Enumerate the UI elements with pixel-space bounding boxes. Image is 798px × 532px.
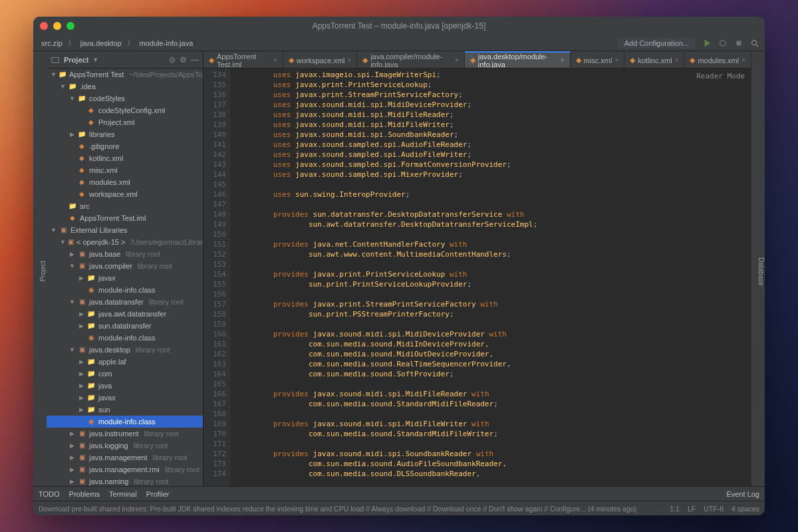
tree-node[interactable]: ◉module-info.class — [47, 332, 203, 344]
gear-icon[interactable]: ⚙ — [180, 55, 187, 65]
run-config-dropdown[interactable]: Add Configuration... — [618, 38, 696, 49]
editor-tab[interactable]: ◆misc.xml× — [571, 51, 625, 68]
code-line[interactable] — [238, 289, 751, 299]
code-line[interactable]: uses javax.sound.midi.spi.MidiDeviceProv… — [238, 100, 751, 110]
tree-node[interactable]: ▶📁sun — [47, 404, 203, 416]
tree-node[interactable]: ▼▣java.datatransferlibrary root — [47, 296, 203, 308]
code-line[interactable]: uses javax.imageio.spi.ImageWriterSpi; — [238, 70, 751, 80]
code-line[interactable]: com.sun.media.sound.RealTimeSequencerPro… — [238, 359, 751, 369]
editor-tab[interactable]: ◆modules.xml× — [684, 51, 751, 68]
code-line[interactable]: uses javax.print.StreamPrintServiceFacto… — [238, 90, 751, 100]
tree-node[interactable]: ▶📁apple.laf — [47, 356, 203, 368]
indent[interactable]: 4 spaces — [732, 505, 759, 513]
code-line[interactable]: com.sun.media.sound.MidiOutDeviceProvide… — [238, 349, 751, 359]
code-line[interactable] — [238, 409, 751, 419]
code-line[interactable]: sun.awt.www.content.MultimediaContentHan… — [238, 249, 751, 259]
tree-node[interactable]: ◆codeStyleConfig.xml — [47, 104, 203, 116]
tool-problems[interactable]: Problems — [69, 490, 100, 498]
code-line[interactable]: com.sun.media.sound.SoftProvider; — [238, 369, 751, 379]
code-line[interactable] — [238, 180, 751, 190]
tree-node[interactable]: ▶📁java.awt.datatransfer — [47, 308, 203, 320]
tree-node[interactable]: ▼▣External Libraries — [47, 224, 203, 236]
editor-tab[interactable]: ◆java.desktop/module-info.java× — [465, 51, 571, 68]
tree-node[interactable]: ◉module-info.class — [47, 284, 203, 296]
tree-node[interactable]: ◆Project.xml — [47, 116, 203, 128]
cursor-pos[interactable]: 1:1 — [670, 505, 680, 513]
stop-icon[interactable] — [734, 39, 743, 48]
code-line[interactable] — [238, 229, 751, 239]
encoding[interactable]: UTF-8 — [704, 505, 724, 513]
code-line[interactable]: provides javax.sound.midi.spi.MidiFileRe… — [238, 389, 751, 399]
code-line[interactable]: com.sun.media.sound.StandardMidiFileWrit… — [238, 429, 751, 439]
code-line[interactable]: sun.print.PSStreamPrinterFactory; — [238, 309, 751, 319]
chevron-down-icon[interactable]: ▼ — [92, 57, 98, 63]
code-line[interactable]: uses javax.sound.midi.spi.SoundbankReade… — [238, 130, 751, 140]
code-line[interactable]: uses javax.print.PrintServiceLookup; — [238, 80, 751, 90]
tree-node[interactable]: ◆kotlinc.xml — [47, 152, 203, 164]
collapse-icon[interactable]: ⊖ — [169, 55, 176, 65]
tree-node[interactable]: 📁src — [47, 200, 203, 212]
tree-node[interactable]: ◆modules.xml — [47, 176, 203, 188]
code-line[interactable] — [238, 200, 751, 209]
status-message[interactable]: Download pre-built shared indexes: Pre-b… — [39, 505, 636, 513]
editor-tab[interactable]: ◆java.compiler/module-info.java× — [357, 51, 464, 68]
titlebar[interactable]: AppsTorrent Test – module-info.java [ope… — [33, 17, 765, 35]
event-log[interactable]: Event Log — [726, 490, 759, 498]
tree-node[interactable]: ▶▣java.baselibrary root — [47, 248, 203, 260]
tree-node[interactable]: ▶📁java — [47, 380, 203, 392]
tree-node[interactable]: ▶▣java.management.rmilibrary root — [47, 464, 203, 475]
code-line[interactable]: sun.awt.datatransfer.DesktopDatatransfer… — [238, 219, 751, 229]
code-line[interactable]: provides java.net.ContentHandlerFactory … — [238, 239, 751, 249]
code-line[interactable]: uses javax.sound.midi.spi.MidiFileWriter… — [238, 120, 751, 130]
code-line[interactable]: provides javax.print.PrintServiceLookup … — [238, 269, 751, 279]
tree-node[interactable]: ◉module-info.class — [47, 416, 203, 428]
code-line[interactable]: provides sun.datatransfer.DesktopDatatra… — [238, 209, 751, 219]
code-line[interactable]: sun.print.PrintServiceLookupProvider; — [238, 279, 751, 289]
code-line[interactable] — [238, 379, 751, 389]
code-line[interactable]: uses javax.sound.sampled.spi.MixerProvid… — [238, 170, 751, 180]
tool-project[interactable]: Project — [39, 261, 47, 281]
editor-tab[interactable]: ◆workspace.xml× — [283, 51, 358, 68]
tree-node[interactable]: ▶▣java.instrumentlibrary root — [47, 428, 203, 440]
tree-node[interactable]: ▶📁sun.datatransfer — [47, 320, 203, 332]
tree-node[interactable]: ◆AppsTorrent Test.iml — [47, 212, 203, 224]
editor-tab[interactable]: ◆AppsTorrent Test.iml× — [203, 51, 283, 68]
tree-node[interactable]: ▼📁.idea — [47, 80, 203, 92]
debug-icon[interactable] — [718, 39, 728, 48]
code-line[interactable]: provides javax.sound.midi.spi.SoundbankR… — [238, 449, 751, 459]
code-line[interactable] — [238, 319, 751, 329]
code-editor[interactable]: Reader Mode uses javax.imageio.spi.Image… — [230, 68, 751, 486]
tree-node[interactable]: ▶📁com — [47, 368, 203, 380]
code-line[interactable]: provides javax.print.StreamPrintServiceF… — [238, 299, 751, 309]
code-line[interactable]: uses sun.swing.InteropProvider; — [238, 190, 751, 200]
code-line[interactable]: provides javax.sound.midi.spi.MidiFileWr… — [238, 419, 751, 429]
breadcrumb[interactable]: src.zip — [39, 39, 65, 47]
code-line[interactable]: uses javax.sound.sampled.spi.AudioFileRe… — [238, 140, 751, 150]
breadcrumb[interactable]: java.desktop — [78, 39, 124, 47]
tree-node[interactable]: ▶▣java.naminglibrary root — [47, 475, 203, 486]
tree-node[interactable]: ▶📁javax — [47, 272, 203, 284]
code-line[interactable]: uses javax.sound.sampled.spi.AudioFileWr… — [238, 150, 751, 160]
tree-node[interactable]: ◆.gitignore — [47, 140, 203, 152]
code-line[interactable]: com.sun.media.sound.StandardMidiFileRead… — [238, 399, 751, 409]
tree-node[interactable]: ◆misc.xml — [47, 164, 203, 176]
tree-node[interactable]: ▼▣java.compilerlibrary root — [47, 260, 203, 272]
tree-node[interactable]: ▶📁libraries — [47, 128, 203, 140]
search-icon[interactable] — [750, 39, 759, 48]
tree-node[interactable]: ▶▣java.managementlibrary root — [47, 452, 203, 464]
tree-node[interactable]: ▼▣< openjdk-15 >/Users/egormac/Library/J… — [47, 236, 203, 248]
tree-node[interactable]: ▼📁codeStyles — [47, 92, 203, 104]
code-line[interactable]: com.sun.media.sound.DLSSoundbankReader, — [238, 469, 751, 479]
code-line[interactable] — [238, 439, 751, 449]
code-line[interactable]: com.sun.media.sound.AudioFileSoundbankRe… — [238, 459, 751, 469]
line-sep[interactable]: LF — [688, 505, 696, 513]
hide-icon[interactable]: — — [191, 55, 199, 65]
tree-node[interactable]: ▶▣java.logginglibrary root — [47, 440, 203, 452]
breadcrumb[interactable]: module-info.java — [137, 39, 196, 47]
editor-tab[interactable]: ◆kotlinc.xml× — [624, 51, 684, 68]
run-icon[interactable] — [702, 39, 712, 48]
code-line[interactable]: uses javax.sound.midi.spi.MidiFileReader… — [238, 110, 751, 120]
code-line[interactable]: com.sun.media.sound.MidiInDeviceProvider… — [238, 339, 751, 349]
tree-node[interactable]: ◆workspace.xml — [47, 188, 203, 200]
tree-node[interactable]: ▼▣java.desktoplibrary root — [47, 344, 203, 356]
